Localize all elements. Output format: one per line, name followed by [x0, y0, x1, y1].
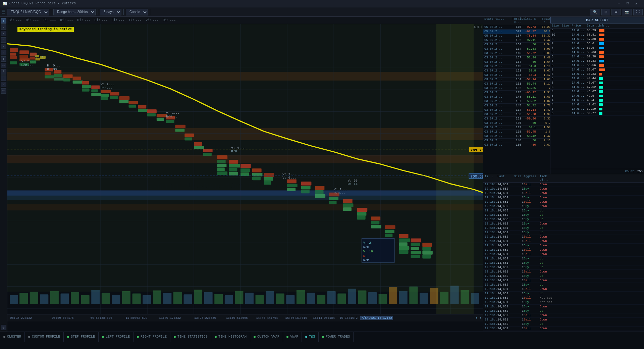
tab-custom-profile-label: CUSTOM PROFILE: [32, 335, 60, 339]
tab-vwap[interactable]: VWAP: [283, 332, 302, 342]
tab-time-statistics[interactable]: TIME STATISTICS: [170, 332, 211, 342]
tab-left-profile[interactable]: LEFT PROFILE: [99, 332, 133, 342]
chart-type-selector[interactable]: Range bars - 20ticks: [53, 9, 96, 15]
arrow-icon[interactable]: ↖: [1, 24, 6, 30]
symbol-selector[interactable]: ENQU21 NMP/CQC: [7, 9, 49, 15]
svg-rect-174: [379, 294, 387, 304]
svg-rect-60: [110, 92, 119, 95]
ts-row: 12:18:... 14,682 1 Buy Up: [483, 274, 644, 279]
dom-row: 7 14,6... 57.5: [550, 46, 644, 50]
svg-rect-156: [194, 290, 202, 304]
cursor-icon[interactable]: ✛: [1, 18, 6, 23]
settings-left-icon[interactable]: ⚙: [1, 325, 6, 330]
svg-rect-34: [30, 56, 36, 59]
tab-custom-vwap[interactable]: CUSTOM VWAP: [250, 332, 283, 342]
ts-row: 12:18:... 14,682 1 Buy Up: [483, 322, 644, 327]
dom-row: 7 14,6... 56.6: [550, 42, 644, 46]
settings-button[interactable]: ⚙: [611, 9, 621, 15]
stats-row: 03.07.2... 155 -50 2.67: [483, 143, 550, 147]
win-restore-icon[interactable]: □: [625, 2, 630, 6]
dom-row: 4 14,6... 43.4: [550, 98, 644, 103]
bar-select-dom: BAR SELECT Size Size Price Imba... Imb..…: [550, 17, 644, 174]
ts-row: 12:18:... 14,681 1 Sell Down: [483, 279, 644, 283]
svg-rect-132: [411, 251, 421, 254]
volume-icon[interactable]: V: [1, 82, 6, 87]
svg-rect-49: [73, 77, 81, 80]
win-min-icon[interactable]: ─: [616, 2, 621, 6]
nav-next-icon[interactable]: ►: [480, 316, 482, 320]
svg-text:V: 2...: V: 2...: [363, 241, 377, 245]
tab-power-trades[interactable]: POWER TRADES: [319, 332, 354, 342]
fullscreen-button[interactable]: ⛶: [633, 9, 643, 15]
svg-rect-115: [357, 208, 368, 212]
svg-rect-67: [138, 109, 148, 112]
rect-icon[interactable]: ▭: [1, 63, 6, 68]
text-icon[interactable]: T: [1, 56, 6, 62]
search-button[interactable]: 🔍: [590, 9, 600, 15]
ts-row: 12:18:... 14,682 1 Buy Up: [483, 265, 644, 270]
info-tk: Tk: ---: [128, 18, 142, 22]
time-label-current: 7/5/2021 15:17:32: [360, 316, 393, 320]
svg-rect-131: [411, 247, 419, 250]
stats-panel: Start ti... Total v... Delta, % Basis r.…: [483, 17, 550, 174]
svg-rect-135: [422, 247, 431, 251]
svg-rect-144: [71, 292, 79, 304]
fib-icon[interactable]: F: [1, 69, 6, 74]
nav-prev-icon[interactable]: ◄: [475, 316, 477, 320]
template-button[interactable]: ⊞: [601, 9, 610, 15]
svg-rect-162: [256, 295, 264, 304]
dom-row: 5 14,6... 53.33: [550, 59, 644, 63]
svg-rect-128: [399, 250, 409, 254]
tab-custom-profile[interactable]: CUSTOM PROFILE: [25, 332, 64, 342]
ts-row: 12:18:... 14,681 1 Sell Down: [483, 239, 644, 244]
svg-rect-158: [214, 294, 223, 304]
svg-rect-114: [343, 207, 352, 211]
info-bi: Bi: ---: [9, 18, 22, 22]
dom-count-row: Count: 253: [550, 169, 644, 174]
svg-rect-133: [411, 255, 420, 258]
pencil-icon[interactable]: ✏: [1, 50, 6, 55]
svg-rect-45: [54, 74, 62, 77]
wave-icon[interactable]: 〜: [1, 88, 6, 94]
tab-right-profile[interactable]: RIGHT PROFILE: [133, 332, 170, 342]
tab-power-trades-dot: [322, 336, 324, 338]
svg-rect-71: [157, 118, 164, 121]
tab-time-histogram[interactable]: TIME HISTOGRAM: [211, 332, 250, 342]
chart-area[interactable]: Bi: --- Di: --- Ti: --- Oi: --- Hi: --- …: [7, 17, 483, 332]
svg-rect-182: [461, 290, 469, 304]
chart-canvas[interactable]: AUTO Keyboard trading is active ENQU21 E…: [7, 24, 483, 321]
svg-rect-161: [245, 293, 254, 304]
svg-rect-86: [217, 171, 228, 175]
tab-vwap-label: VWAP: [290, 335, 298, 339]
svg-rect-25: [7, 204, 483, 210]
svg-rect-154: [173, 292, 182, 304]
stats-rows-container: 05.07.2... 110 -92.73 14.23 05.07.2... 3…: [483, 25, 550, 147]
svg-rect-183: [471, 293, 479, 304]
measure-icon[interactable]: ↔: [1, 76, 6, 81]
trend-icon[interactable]: ⟋: [1, 44, 6, 49]
line-icon[interactable]: ╱: [1, 31, 6, 36]
horizontal-line-icon[interactable]: ─: [1, 37, 6, 43]
win-close-icon[interactable]: ✕: [634, 2, 639, 6]
ts-row: 12:18:... 14,681 1 Buy Up: [483, 226, 644, 231]
tab-cluster[interactable]: CLUSTER: [0, 332, 25, 342]
stats-row: 03.07.2... 114 52.63 0.99: [483, 47, 550, 51]
svg-text:V: 2...: V: 2...: [101, 83, 114, 87]
svg-rect-53: [82, 89, 89, 92]
tab-right-profile-dot: [137, 336, 139, 338]
period-selector[interactable]: 5 days: [100, 9, 121, 15]
time-label-3: 09:55:38:676: [91, 316, 112, 320]
svg-rect-126: [399, 242, 408, 246]
dom-row: 3 14,6... 46.67: [550, 81, 644, 85]
svg-rect-159: [225, 295, 233, 304]
svg-rect-116: [357, 212, 367, 215]
svg-rect-91: [240, 164, 251, 168]
tab-ts[interactable]: T&S: [302, 332, 319, 342]
tab-step-profile[interactable]: STEP PROFILE: [64, 332, 99, 342]
tab-left-profile-dot: [102, 336, 104, 338]
toolbar-menu-icon[interactable]: ☰: [1, 9, 6, 15]
screenshot-button[interactable]: 📷: [622, 9, 632, 15]
info-oi2: Oi: ---: [163, 18, 176, 22]
chart-style-selector[interactable]: Candle: [126, 9, 148, 15]
svg-text:R/H...: R/H...: [166, 115, 178, 118]
